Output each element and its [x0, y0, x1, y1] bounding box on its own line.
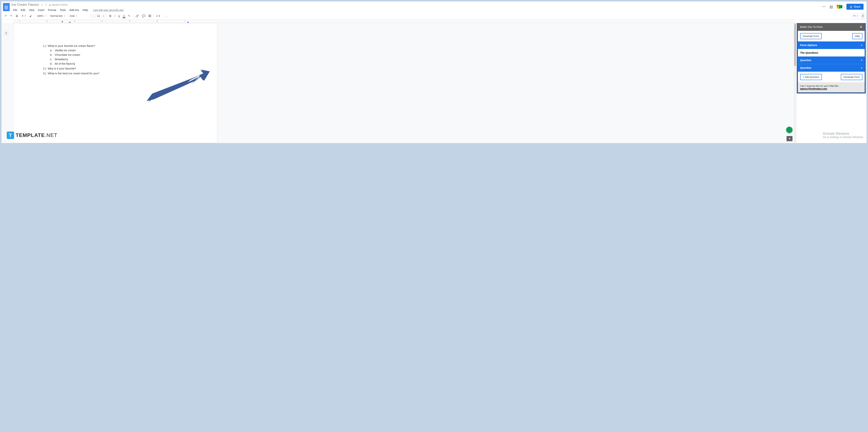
indent-marker-left[interactable] — [61, 21, 63, 23]
meet-icon[interactable]: ▾ — [837, 4, 843, 9]
redo-button[interactable]: ↷ — [9, 13, 14, 19]
docs-logo[interactable] — [3, 3, 10, 11]
q-number: 2.) — [43, 67, 46, 70]
star-icon[interactable]: ☆ — [41, 3, 43, 6]
q-number: 3.) — [43, 72, 46, 75]
underline-button[interactable]: U — [117, 13, 121, 19]
opt-letter: c. — [50, 58, 52, 61]
addon-sidebar: Better Doc To Form ✕ Generate Form Help … — [796, 23, 867, 143]
share-label: Share — [854, 5, 861, 8]
question-section-2[interactable]: Question + — [798, 64, 865, 72]
zoom-select[interactable]: 100% — [36, 14, 47, 18]
fontsize-increase[interactable]: + — [101, 14, 106, 18]
question-section-1[interactable]: Question + — [798, 57, 865, 64]
template-net-watermark: T TEMPLATE.NET — [7, 132, 58, 139]
last-edit-link[interactable]: Last edit was seconds ago — [93, 8, 124, 11]
plus-icon: + — [861, 44, 862, 47]
first-line-indent-marker[interactable] — [69, 21, 71, 23]
watermark-suffix: .NET — [45, 132, 58, 138]
watermark-logo: T — [7, 132, 14, 139]
print-button[interactable]: 🖶 — [14, 13, 20, 19]
undo-button[interactable]: ↶ — [3, 13, 8, 19]
more-button[interactable]: … — [164, 13, 169, 19]
generate-form-button[interactable]: Generate Form — [800, 33, 822, 39]
cloud-status-text: Saved to Drive — [52, 3, 67, 6]
link-button[interactable]: 🔗 — [134, 13, 140, 19]
fontsize-input[interactable] — [96, 14, 101, 18]
menu-view[interactable]: View — [27, 8, 36, 12]
document-page[interactable]: 1.) What is your favorite ice cream flav… — [13, 23, 217, 143]
ruler-tick: 7 — [184, 20, 185, 22]
menu-insert[interactable]: Insert — [36, 8, 46, 12]
opt-text: Vanilla ice cream — [55, 49, 76, 52]
menu-addons[interactable]: Add-ons — [68, 8, 81, 12]
menu-help[interactable]: Help — [81, 8, 89, 12]
indent-marker-right[interactable] — [187, 21, 189, 23]
q-text: What is your favorite ice cream flavor? — [48, 44, 95, 47]
opt-letter: a. — [50, 49, 53, 52]
italic-button[interactable]: I — [113, 13, 117, 19]
text-color-button[interactable]: A — [122, 13, 126, 19]
menu-file[interactable]: File — [11, 8, 19, 12]
q-text: Why is it your favorite? — [48, 67, 76, 70]
align-button[interactable]: ≡ ▾ — [155, 13, 161, 19]
activity-icon[interactable]: 〰 — [822, 5, 826, 9]
q-text: What is the best ice cream brand for you… — [48, 72, 99, 75]
plus-icon: + — [861, 66, 862, 69]
opt-text: Strawberry — [55, 58, 68, 61]
explore-button[interactable] — [786, 127, 793, 133]
svg-rect-2 — [837, 5, 838, 7]
move-icon[interactable]: ⤴ — [45, 3, 47, 6]
help-button[interactable]: Help — [852, 33, 862, 39]
svg-marker-6 — [187, 21, 189, 23]
comments-icon[interactable]: ▤ — [830, 4, 833, 9]
menu-edit[interactable]: Edit — [19, 8, 27, 12]
svg-marker-4 — [61, 21, 63, 23]
section-label: Question — [800, 59, 811, 62]
svg-marker-5 — [69, 21, 71, 23]
ruler-tick: 2 — [46, 20, 48, 22]
ruler-tick: 1 — [19, 20, 20, 22]
watermark-brand: TEMPLATE — [16, 132, 45, 138]
editing-mode[interactable]: ✏ ▾ — [851, 13, 860, 19]
input-tools-button[interactable]: ✦ — [786, 136, 793, 141]
fontsize-decrease[interactable]: − — [92, 14, 96, 18]
opt-letter: d. — [50, 62, 53, 65]
activate-line1: Activate Windows — [823, 132, 863, 136]
doc-title[interactable]: Ice Cream Flavors — [11, 3, 39, 7]
section-label: Form Options — [800, 44, 817, 47]
activate-line2: Go to Settings to activate Windows — [823, 136, 863, 139]
add-question-button[interactable]: + Add Question — [800, 74, 822, 80]
opt-letter: b. — [50, 53, 53, 56]
generate-form-button-2[interactable]: Generate Form — [841, 74, 862, 80]
ruler-tick: 5 — [129, 20, 130, 22]
outline-toggle[interactable]: ☰ — [3, 30, 9, 36]
font-select[interactable]: Arial — [69, 14, 89, 18]
ruler-tick: 4 — [101, 20, 103, 22]
spellcheck-button[interactable]: Ａ✓ — [20, 13, 28, 19]
footer-text: Can I improve this for you? Mail Me: — [800, 85, 839, 87]
highlight-button[interactable]: ✎ — [127, 13, 132, 19]
cloud-status[interactable]: ☁ Saved to Drive — [49, 3, 67, 6]
menu-format[interactable]: Format — [46, 8, 58, 12]
bold-button[interactable]: B — [108, 13, 113, 19]
q-number: 1.) — [43, 44, 46, 47]
style-select[interactable]: Normal text — [49, 14, 66, 18]
paint-format-button[interactable]: 🖌 — [28, 13, 33, 19]
comment-button[interactable]: 💬 — [141, 13, 147, 19]
form-options-section[interactable]: Form Options + — [798, 41, 865, 49]
activate-windows-watermark: Activate Windows Go to Settings to activ… — [823, 132, 863, 139]
sidebar-scrollbar[interactable] — [794, 23, 796, 143]
image-button[interactable]: 🖼 — [147, 13, 153, 19]
hide-menus-button[interactable]: ᐱ — [861, 13, 865, 19]
plus-icon: + — [861, 59, 862, 62]
footer-email-link[interactable]: adons@livefiredev.com — [800, 87, 827, 90]
ruler[interactable]: 1 2 3 4 5 6 7 — [13, 20, 794, 23]
opt-text: All of the flavors — [55, 62, 74, 65]
menu-tools[interactable]: Tools — [58, 8, 67, 12]
svg-marker-3 — [841, 5, 842, 8]
share-button[interactable]: 🔒 Share — [846, 4, 864, 10]
close-icon[interactable]: ✕ — [860, 25, 862, 29]
menubar: File Edit View Insert Format Tools Add-o… — [11, 8, 822, 12]
ruler-tick: 6 — [157, 20, 158, 22]
